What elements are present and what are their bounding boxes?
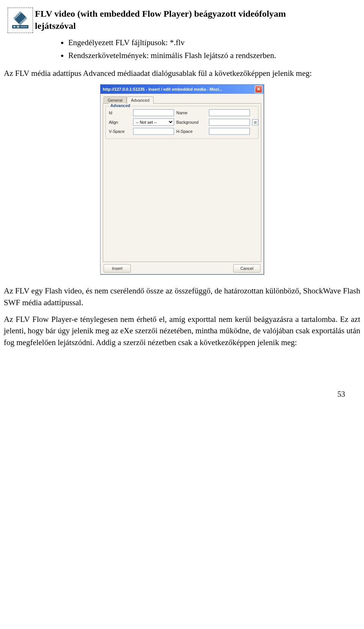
label-background: Background: [176, 120, 207, 125]
document-page: FLV video (with embedded Flow Player) be…: [0, 0, 364, 406]
insert-media-dialog: http://127.0.0.1:51235 - Insert / edit e…: [100, 84, 264, 274]
heading-text-2: lejátszóval: [35, 20, 360, 32]
tab-strip: General Advanced: [103, 96, 261, 104]
dialog-body: General Advanced Advanced Id Name Align: [100, 94, 264, 274]
flv-video-icon: [8, 8, 33, 33]
label-id: Id: [109, 110, 131, 115]
dialog-titlebar: http://127.0.0.1:51235 - Insert / edit e…: [100, 85, 264, 94]
advanced-fieldset: Advanced Id Name Align -- Not set -- B: [105, 106, 259, 139]
cancel-button[interactable]: Cancel: [233, 264, 260, 273]
dialog-screenshot: http://127.0.0.1:51235 - Insert / edit e…: [4, 84, 360, 274]
align-select[interactable]: -- Not set --: [133, 118, 174, 126]
id-field[interactable]: [133, 109, 174, 116]
page-number: 53: [4, 390, 360, 399]
heading-text-1: FLV video (with embedded Flow Player) be…: [35, 9, 286, 19]
name-field[interactable]: [209, 109, 250, 116]
form-grid: Id Name Align -- Not set -- Background: [109, 109, 255, 135]
svg-rect-15: [18, 26, 19, 28]
paragraph: Az FLV egy Flash video, és nem cserélend…: [4, 285, 360, 308]
svg-rect-14: [17, 26, 18, 28]
background-field[interactable]: [209, 119, 250, 126]
list-item: Rendszerkövetelmények: minimális Flash l…: [68, 50, 360, 61]
close-icon[interactable]: ✕: [255, 85, 262, 93]
tab-advanced[interactable]: Advanced: [127, 96, 154, 104]
dialog-title: http://127.0.0.1:51235 - Insert / edit e…: [103, 87, 255, 91]
insert-button[interactable]: Insert: [104, 264, 131, 273]
tab-general[interactable]: General: [104, 96, 127, 104]
label-align: Align: [109, 120, 131, 125]
list-item: Engedélyezett FLV fájltípusok: *.flv: [68, 37, 360, 48]
label-name: Name: [176, 110, 207, 115]
dialog-button-row: Insert Cancel: [103, 262, 261, 273]
label-vspace: V-Space: [109, 129, 131, 134]
paragraph: Az FLV Flow Player-e ténylegesen nem érh…: [4, 314, 360, 348]
color-picker-icon[interactable]: ▦: [252, 119, 258, 125]
label-hspace: H-Space: [176, 129, 207, 134]
svg-rect-16: [20, 27, 27, 27]
vspace-field[interactable]: [133, 128, 174, 135]
paragraph: Az FLV média adattípus Advanced médiaada…: [4, 68, 360, 79]
hspace-field[interactable]: [209, 128, 250, 135]
section-heading: FLV video (with embedded Flow Player) be…: [35, 8, 360, 32]
tab-panel-advanced: Advanced Id Name Align -- Not set -- B: [103, 103, 261, 262]
bullet-list: Engedélyezett FLV fájltípusok: *.flv Ren…: [68, 37, 360, 61]
